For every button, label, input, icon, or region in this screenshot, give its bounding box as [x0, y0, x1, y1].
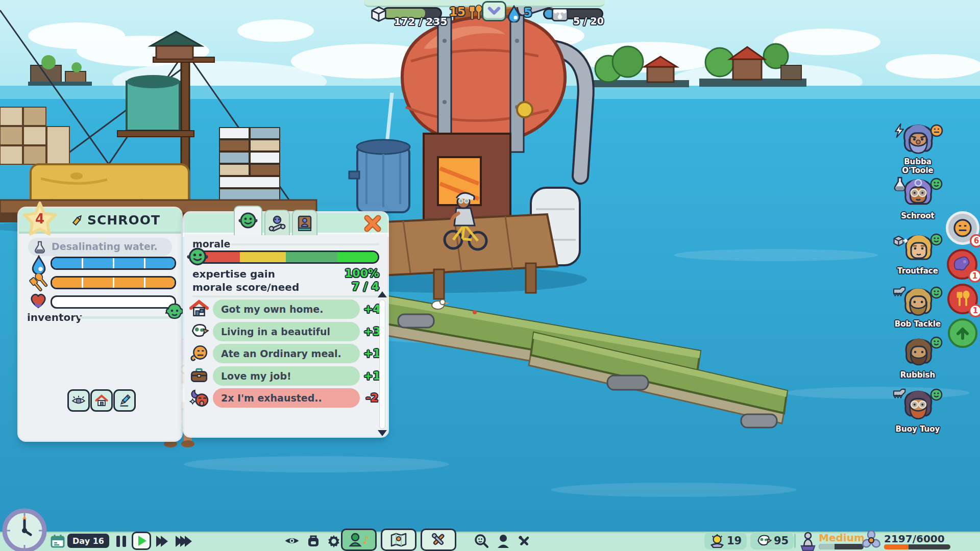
- modifier-row: Living in a beautiful town.: [213, 322, 360, 341]
- alert-upgrade[interactable]: [948, 318, 977, 348]
- alert-count-badge: 1: [968, 269, 980, 283]
- roster-name: Bubba O'Toole: [890, 158, 946, 174]
- inventory-divider: [79, 316, 173, 319]
- skills-icon: [268, 215, 286, 232]
- tab-biography[interactable]: [292, 210, 317, 235]
- crate-icon: [369, 3, 389, 23]
- scroll-up-arrow[interactable]: [378, 291, 387, 297]
- home-button[interactable]: [90, 389, 113, 412]
- alert-need[interactable]: 1: [947, 249, 977, 280]
- map-button[interactable]: [381, 529, 416, 551]
- home-modifier-icon: [189, 299, 209, 318]
- alert-morale[interactable]: 6: [946, 211, 979, 245]
- modifier-row: 2x I'm exhausted..: [213, 388, 360, 408]
- droplet-icon: [507, 5, 521, 22]
- fast-forward-button[interactable]: [156, 536, 168, 549]
- tab-morale[interactable]: [234, 206, 262, 235]
- morale-slider-bright: [337, 252, 378, 262]
- saw-task-icon: [892, 286, 908, 299]
- tools-button[interactable]: [421, 529, 456, 551]
- job-modifier-icon: [189, 366, 209, 384]
- biography-book-icon: [297, 215, 313, 232]
- health-heart-icon: [29, 292, 47, 310]
- inventory-label: inventory: [27, 311, 82, 323]
- map-icon: [389, 532, 408, 547]
- citizen-list-icon[interactable]: [496, 534, 510, 549]
- tools-icon: [430, 531, 447, 548]
- mood-happy-icon: [930, 336, 943, 349]
- alert-count-badge: 6: [970, 234, 980, 247]
- find-villager-icon[interactable]: [474, 534, 489, 549]
- roster-entry-buoy-tuoy[interactable]: Buoy Tuoy: [892, 386, 948, 439]
- drift-bar: [884, 544, 950, 549]
- mood-happy-icon: [930, 388, 943, 402]
- roster-entry-schroot[interactable]: Schroot: [892, 175, 948, 226]
- flask-icon: [33, 240, 46, 254]
- health-bar: [51, 295, 176, 309]
- seagull-modifier-icon: [189, 322, 209, 340]
- scroll-down-arrow[interactable]: [378, 430, 387, 436]
- saw-task-icon: [892, 388, 908, 402]
- food-count: 15: [449, 5, 465, 18]
- mood-meh-icon: [930, 124, 943, 137]
- roster-entry-bob-tackle[interactable]: Bob Tackle: [892, 284, 948, 335]
- rename-button[interactable]: [113, 389, 136, 412]
- morale-divider: [231, 243, 379, 245]
- visibility-icon[interactable]: [284, 535, 300, 547]
- morale-slider-knob: [184, 246, 206, 267]
- play-button[interactable]: [132, 532, 151, 550]
- villager-icon: [349, 533, 362, 547]
- hydration-icon: [31, 255, 46, 274]
- bar-divider: [794, 534, 796, 548]
- modifier-row: Got my own home.: [213, 299, 360, 319]
- roster-entry-bubba[interactable]: Bubba O'Toole: [892, 120, 948, 173]
- tab-skills[interactable]: [264, 210, 290, 235]
- backpack-icon[interactable]: [306, 534, 321, 548]
- alert-count-badge: 1: [969, 304, 980, 317]
- level-number: 4: [21, 211, 59, 227]
- difficulty-bar: [819, 544, 864, 549]
- day-counter: Day 16: [67, 534, 109, 548]
- status-pill: Desalinating water.: [28, 238, 172, 256]
- pause-button[interactable]: [116, 536, 127, 547]
- roster-name: Troutface: [890, 267, 946, 276]
- expertise-gain-value: 100%: [345, 267, 379, 280]
- close-icon: [363, 215, 382, 232]
- scrollbar-track[interactable]: [379, 299, 385, 429]
- difficulty-statue-icon: [799, 531, 817, 551]
- play-icon: [138, 536, 146, 546]
- edit-name-icon[interactable]: [71, 214, 84, 227]
- villagers-button[interactable]: ♪: [341, 529, 377, 551]
- settings-gear-icon[interactable]: [327, 534, 341, 548]
- modifier-row: Ate an Ordinary meal.: [213, 344, 360, 363]
- follow-button[interactable]: [67, 389, 90, 412]
- satiety-icon: [29, 273, 48, 292]
- roster-entry-rubbish[interactable]: Rubbish: [892, 334, 948, 385]
- eye-icon: [71, 395, 86, 406]
- seagull-icon: [755, 534, 772, 548]
- research-count: 19: [727, 535, 742, 547]
- hydration-bar: [51, 257, 176, 270]
- roster-name: Schroot: [890, 212, 946, 220]
- storage-count: 172 / 235: [392, 15, 449, 28]
- fastest-forward-button[interactable]: [176, 536, 192, 549]
- morale-face-icon: [238, 211, 258, 230]
- hud-collapse-button[interactable]: [482, 1, 506, 21]
- alert-hunger[interactable]: 1: [947, 284, 978, 314]
- clock-widget: [2, 508, 47, 551]
- need-blob-icon: [953, 255, 971, 273]
- flask-task-icon: [892, 176, 908, 192]
- rain-tank-count: 5 / 20: [571, 15, 606, 27]
- mood-happy-icon: [930, 286, 943, 299]
- character-panel: 4 SCHROOT Desalinating water. inventory: [19, 208, 181, 440]
- roster-name: Bob Tackle: [890, 320, 946, 329]
- roster-entry-troutface[interactable]: Troutface: [892, 231, 948, 282]
- build-tools-icon[interactable]: [517, 534, 532, 549]
- roster-name: Rubbish: [890, 371, 946, 380]
- difficulty-label: Medium: [819, 532, 865, 544]
- research-badge[interactable]: 19: [704, 532, 747, 549]
- seagull-badge[interactable]: 95: [750, 532, 794, 549]
- morale-slider-yellow: [240, 252, 286, 262]
- close-button[interactable]: [363, 215, 382, 232]
- music-note-icon: ♪: [363, 534, 370, 546]
